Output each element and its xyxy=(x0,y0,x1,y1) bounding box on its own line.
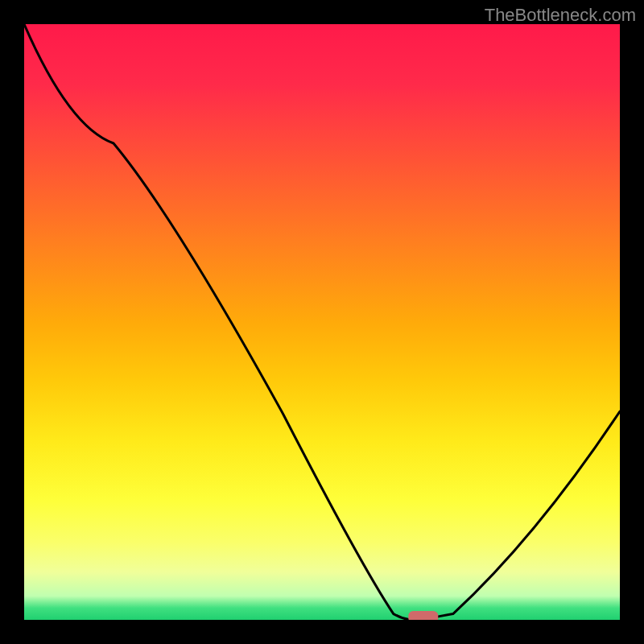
chart-container: TheBottleneck.com xyxy=(0,0,644,644)
plot-area xyxy=(24,24,620,620)
bottleneck-curve-line xyxy=(24,24,620,620)
optimal-marker xyxy=(408,611,438,620)
watermark-text: TheBottleneck.com xyxy=(485,5,636,26)
curve-svg xyxy=(24,24,620,620)
